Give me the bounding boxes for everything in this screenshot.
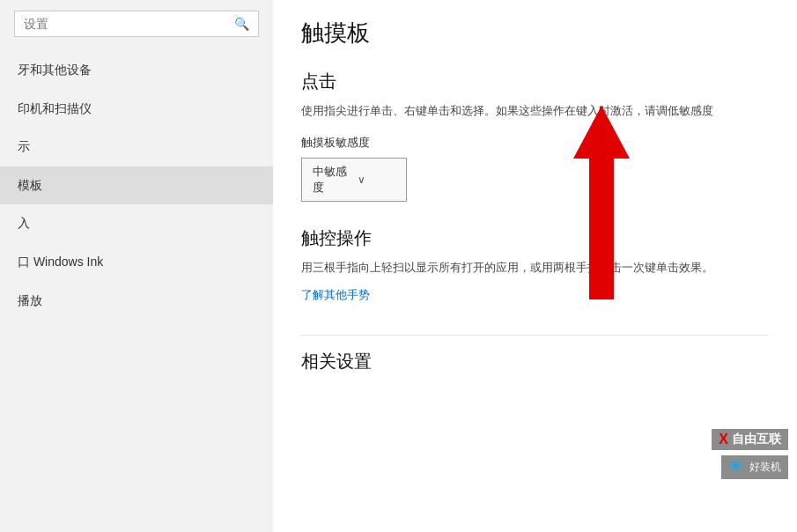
nav-item-printer[interactable]: 印机和扫描仪 — [0, 90, 273, 129]
learn-gestures-link[interactable]: 了解其他手势 — [301, 287, 370, 303]
annotation-arrow — [573, 106, 630, 299]
sidebar: 🔍 牙和其他设备 印机和扫描仪 示 模板 入 口 Windows Ink 播放 — [0, 0, 273, 532]
section1-desc: 使用指尖进行单击、右键单击和选择。如果这些操作在键入时激活，请调低敏感度 — [301, 102, 724, 121]
nav-item-input[interactable]: 入 — [0, 204, 273, 243]
page-title: 触摸板 — [301, 18, 769, 48]
watermark: X 自由互联 👁 好装机 — [712, 429, 788, 479]
nav-list: 牙和其他设备 印机和扫描仪 示 模板 入 口 Windows Ink 播放 — [0, 51, 273, 532]
nav-item-bluetooth[interactable]: 牙和其他设备 — [0, 51, 273, 90]
main-content: 触摸板 点击 使用指尖进行单击、右键单击和选择。如果这些操作在键入时激活，请调低… — [273, 0, 797, 532]
search-bar[interactable]: 🔍 — [14, 11, 259, 37]
nav-item-autoplay[interactable]: 播放 — [0, 282, 273, 321]
watermark-brand: X 自由互联 — [712, 429, 788, 450]
chevron-down-icon: ∨ — [358, 174, 395, 186]
nav-item-windows-ink[interactable]: 口 Windows Ink — [0, 243, 273, 282]
search-icon: 🔍 — [234, 17, 249, 31]
watermark-sub: 👁 好装机 — [721, 455, 788, 479]
brand-name: 自由互联 — [732, 432, 781, 447]
divider — [301, 335, 769, 336]
nav-item-display[interactable]: 示 — [0, 128, 273, 166]
nav-item-touchpad[interactable]: 模板 — [0, 166, 273, 205]
watermark-sub-text: 好装机 — [749, 460, 781, 475]
arrow-head — [573, 106, 630, 159]
brand-x-icon: X — [719, 432, 728, 447]
section2-title: 触控操作 — [301, 226, 769, 250]
section1-title: 点击 — [301, 70, 769, 93]
section2-desc: 用三根手指向上轻扫以显示所有打开的应用，或用两根手指点击一次键单击效果。 — [301, 259, 724, 277]
sensitivity-label: 触摸板敏感度 — [301, 135, 769, 151]
sensitivity-value: 中敏感度 — [313, 164, 351, 196]
sensitivity-select[interactable]: 中敏感度 ∨ — [301, 158, 407, 202]
search-input[interactable] — [24, 17, 234, 31]
eye-icon: 👁 — [728, 458, 744, 477]
section3-title: 相关设置 — [301, 350, 769, 373]
arrow-shaft — [589, 159, 614, 299]
